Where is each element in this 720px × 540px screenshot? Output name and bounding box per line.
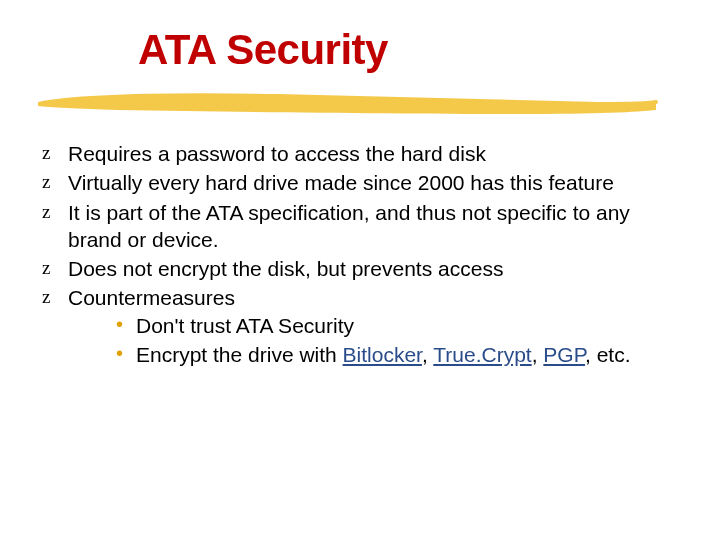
bullet-item: Requires a password to access the hard d… — [42, 140, 660, 167]
bullet-text: Countermeasures — [68, 286, 235, 309]
bullet-text: Does not encrypt the disk, but prevents … — [68, 257, 503, 280]
link-bitlocker[interactable]: Bitlocker — [343, 343, 422, 366]
bullet-text: Requires a password to access the hard d… — [68, 142, 486, 165]
separator: , — [532, 343, 544, 366]
bullet-list: Requires a password to access the hard d… — [42, 140, 660, 368]
bullet-item: Virtually every hard drive made since 20… — [42, 169, 660, 196]
bullet-text: Virtually every hard drive made since 20… — [68, 171, 614, 194]
slide: ATA Security Requires a password to acce… — [0, 0, 720, 540]
sub-bullet-item: Encrypt the drive with Bitlocker, True.C… — [116, 341, 660, 368]
slide-title: ATA Security — [138, 26, 388, 74]
link-pgp[interactable]: PGP — [543, 343, 585, 366]
bullet-item: It is part of the ATA specification, and… — [42, 199, 660, 254]
bullet-item: Does not encrypt the disk, but prevents … — [42, 255, 660, 282]
sub-bullet-item: Don't trust ATA Security — [116, 312, 660, 339]
title-underline — [38, 92, 658, 122]
separator: , — [422, 343, 433, 366]
sub-bullet-text-prefix: Encrypt the drive with — [136, 343, 343, 366]
bullet-item: Countermeasures Don't trust ATA Security… — [42, 284, 660, 368]
sub-bullet-list: Don't trust ATA Security Encrypt the dri… — [68, 312, 660, 369]
sub-bullet-text-suffix: , etc. — [585, 343, 631, 366]
sub-bullet-text: Don't trust ATA Security — [136, 314, 354, 337]
slide-body: Requires a password to access the hard d… — [42, 140, 660, 370]
link-truecrypt[interactable]: True.Crypt — [433, 343, 531, 366]
bullet-text: It is part of the ATA specification, and… — [68, 201, 630, 251]
